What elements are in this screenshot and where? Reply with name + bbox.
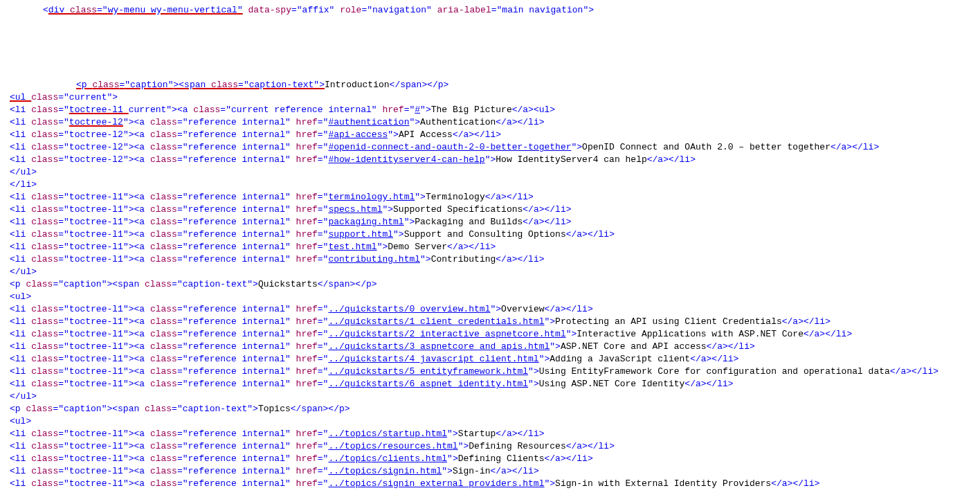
code-line: <ul> bbox=[10, 415, 980, 428]
underline2: < bbox=[76, 80, 82, 90]
href-link[interactable]: #authentication bbox=[328, 117, 409, 127]
href-link[interactable]: #how-identityserver4-can-help bbox=[328, 154, 484, 165]
href-link[interactable]: ../quickstarts/3_aspnetcore_and_apis.htm… bbox=[328, 341, 550, 352]
href-link[interactable]: ../quickstarts/4_javascript_client.html bbox=[328, 354, 538, 364]
code-line: <li class="toctree-l1"><a class="referen… bbox=[10, 228, 980, 241]
code-line: <li class="toctree-l1"><a class="referen… bbox=[10, 440, 980, 453]
href-link[interactable]: ../quickstarts/0_overview.html bbox=[328, 304, 490, 314]
href-link[interactable]: packaging.html bbox=[328, 217, 403, 227]
code-line: <li class="toctree-l2"><a class="referen… bbox=[10, 116, 980, 129]
code-line: </ul> bbox=[10, 166, 980, 179]
code-line: <li class="toctree-l1"><a class="referen… bbox=[10, 353, 980, 366]
code-line: <li class="toctree-l1 current"><a class=… bbox=[10, 104, 980, 116]
link-text: Adding a JavaScript client bbox=[550, 354, 690, 364]
code-line: <li class="toctree-l1"><a class="referen… bbox=[10, 241, 980, 253]
link-text: Support and Consulting Options bbox=[404, 229, 566, 240]
href-link[interactable]: #openid-connect-and-oauth-2-0-better-tog… bbox=[328, 142, 571, 152]
href-link[interactable]: specs.html bbox=[328, 204, 382, 215]
code-line: </ul> bbox=[10, 390, 980, 403]
code-line: <li class="toctree-l1"><a class="referen… bbox=[10, 428, 980, 440]
caption-introduction: <p class="caption"><span class="caption-… bbox=[10, 79, 980, 91]
href-link[interactable]: terminology.html bbox=[328, 192, 415, 202]
code-line: <li class="toctree-l1"><a class="referen… bbox=[10, 316, 980, 328]
caption-quickstarts: <p class="caption"><span class="caption-… bbox=[10, 278, 980, 291]
code-line: <li class="toctree-l1"><a class="referen… bbox=[10, 478, 980, 490]
link-text: Contributing bbox=[431, 254, 496, 264]
href-link[interactable]: #api-access bbox=[328, 129, 388, 140]
link-text: Sign-in with External Identity Providers bbox=[555, 478, 771, 489]
code-line: <li class="toctree-l1"><a class="referen… bbox=[10, 303, 980, 316]
href-link[interactable]: ../topics/signin_external_providers.html bbox=[328, 478, 544, 489]
code-line: <li class="toctree-l1"><a class="referen… bbox=[10, 191, 980, 204]
code-line: <li class="toctree-l1"><a class="referen… bbox=[10, 204, 980, 216]
link-text: How IdentityServer4 can help bbox=[496, 154, 646, 165]
code-line: <ul class="current"> bbox=[10, 91, 980, 104]
link-text: Packaging and Builds bbox=[415, 217, 523, 227]
href-link[interactable]: ../topics/startup.html bbox=[328, 429, 447, 439]
link-text: Overview bbox=[501, 304, 544, 314]
href-link[interactable]: contributing.html bbox=[328, 254, 420, 264]
link-text: Sign-in bbox=[453, 466, 491, 476]
link-text: Demo Server bbox=[388, 242, 447, 252]
code-line: <li class="toctree-l1"><a class="referen… bbox=[10, 216, 980, 228]
code-line: <li class="toctree-l1"><a class="referen… bbox=[10, 328, 980, 341]
code-line: </li> bbox=[10, 179, 980, 191]
link-text: Terminology bbox=[426, 192, 485, 202]
code-line: <li class="toctree-l1"><a class="referen… bbox=[10, 253, 980, 266]
code-line: <ul> bbox=[10, 291, 980, 303]
code-line: <li class="toctree-l2"><a class="referen… bbox=[10, 141, 980, 154]
href-link[interactable]: ../quickstarts/2_interactive_aspnetcore.… bbox=[328, 329, 565, 339]
code-line: <li class="toctree-l1"><a class="referen… bbox=[10, 366, 980, 378]
link-text: OpenID Connect and OAuth 2.0 – better to… bbox=[582, 142, 831, 152]
href-link[interactable]: ../topics/clients.html bbox=[328, 453, 447, 464]
link-text: Protecting an API using Client Credentia… bbox=[555, 316, 782, 327]
href-link[interactable]: ../topics/resources.html bbox=[328, 441, 457, 451]
href-link[interactable]: test.html bbox=[328, 242, 376, 252]
href-link[interactable]: ../quickstarts/5_entityframework.html bbox=[328, 366, 528, 377]
code-line: <li class="toctree-l2"><a class="referen… bbox=[10, 154, 980, 166]
code-line: <li class="toctree-l1"><a class="referen… bbox=[10, 378, 980, 390]
html-source-view: <div class="wy-menu wy-menu-vertical" da… bbox=[0, 0, 980, 490]
link-text: Using EntityFramework Core for configura… bbox=[539, 366, 890, 377]
href-link[interactable]: ../quickstarts/6_aspnet_identity.html bbox=[328, 379, 528, 389]
link-text: Defining Resources bbox=[469, 441, 565, 451]
link-text: Startup bbox=[458, 429, 496, 439]
link-text: Authentication bbox=[420, 117, 496, 127]
code-line: <li class="toctree-l1"><a class="referen… bbox=[10, 465, 980, 478]
code-line: <li class="toctree-l2"><a class="referen… bbox=[10, 129, 980, 141]
link-text: Using ASP.NET Core Identity bbox=[539, 379, 685, 389]
link-text: API Access bbox=[399, 129, 453, 140]
link-text: Supported Specifications bbox=[393, 204, 523, 215]
code-line: </ul> bbox=[10, 266, 980, 278]
link-text: ASP.NET Core and API access bbox=[561, 341, 707, 352]
code-line: <div class="wy-menu wy-menu-vertical" da… bbox=[10, 4, 980, 17]
link-text: Interactive Applications with ASP.NET Co… bbox=[577, 329, 804, 339]
underline1: div bbox=[48, 5, 70, 15]
href-link[interactable]: ../quickstarts/1_client_credentials.html bbox=[328, 316, 544, 327]
href-link[interactable]: # bbox=[415, 105, 420, 115]
caption-topics: <p class="caption"><span class="caption-… bbox=[10, 403, 980, 415]
code-line: <li class="toctree-l1"><a class="referen… bbox=[10, 341, 980, 353]
href-link[interactable]: ../topics/signin.html bbox=[328, 466, 442, 476]
href-link[interactable]: support.html bbox=[328, 229, 393, 240]
code-line: <li class="toctree-l1"><a class="referen… bbox=[10, 453, 980, 465]
link-text: Defining Clients bbox=[458, 453, 545, 464]
